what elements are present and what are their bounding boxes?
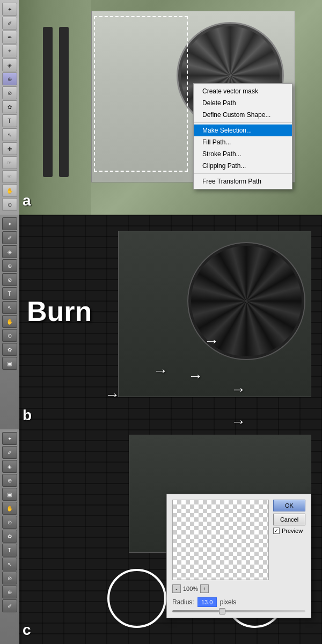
preview-checkbox[interactable]: ✓ — [273, 528, 280, 534]
tool-move[interactable]: ✦ — [2, 3, 17, 16]
dialog-radius-row: Radius: pixels — [172, 597, 305, 607]
dialog-zoom-row: - 100% + — [172, 584, 305, 593]
tool-flower[interactable]: ✿ — [2, 100, 17, 113]
tool-b-1[interactable]: ✦ — [2, 217, 17, 230]
tool-brush[interactable]: ✐ — [2, 17, 17, 30]
tool-c-9[interactable]: T — [2, 544, 17, 557]
toolbar-c: ✦ ✐ ◈ ⊕ ▣ ✋ ⊙ ✿ T ↖ ⊘ ⊕ ✐ — [0, 429, 19, 644]
tool-b-6[interactable]: T — [2, 287, 17, 300]
panel-b: Burn → → → → → → ✦ ✐ ◈ ⊕ ⊘ T ↖ ✋ ⊙ ✿ ▣ b — [0, 215, 322, 429]
menu-fill-path[interactable]: Fill Path... — [194, 136, 292, 148]
arrow-2: → — [153, 362, 168, 379]
tool-c-12[interactable]: ⊕ — [2, 586, 17, 598]
arrow-6: → — [231, 413, 246, 429]
zoom-value: 100% — [183, 586, 198, 592]
panel-a-label: a — [23, 192, 31, 209]
tool-crosshair[interactable]: ⌖ — [2, 45, 17, 57]
radius-slider[interactable] — [172, 610, 305, 612]
pixels-label: pixels — [220, 598, 237, 606]
circle-outline-left — [107, 569, 166, 628]
tool-hand-right[interactable]: ☞ — [2, 156, 17, 169]
arrow-1: → — [105, 386, 120, 404]
toolbar-b: ✦ ✐ ◈ ⊕ ⊘ T ↖ ✋ ⊙ ✿ ▣ — [0, 215, 19, 429]
tool-c-5[interactable]: ▣ — [2, 488, 17, 501]
zoom-minus-button[interactable]: - — [172, 584, 181, 593]
tool-c-6[interactable]: ✋ — [2, 502, 17, 515]
tool-pen[interactable]: ✒ — [2, 31, 17, 43]
radius-label: Radius: — [172, 598, 194, 606]
tool-c-4[interactable]: ⊕ — [2, 474, 17, 487]
feather-dialog: OK Cancel ✓ Preview - 100% + Radius: pix… — [166, 494, 311, 618]
tool-path[interactable]: ⊕ — [2, 72, 17, 85]
panel-b-label: b — [23, 407, 32, 424]
tool-b-4[interactable]: ⊕ — [2, 259, 17, 272]
menu-make-selection[interactable]: Make Selection... — [194, 125, 292, 136]
tool-c-8[interactable]: ✿ — [2, 530, 17, 543]
tool-add[interactable]: ✚ — [2, 142, 17, 155]
preview-check-row: ✓ Preview — [273, 528, 305, 534]
tool-lasso[interactable]: ⊘ — [2, 86, 17, 99]
toolbar-a: ✦ ✐ ✒ ⌖ ◈ ⊕ ⊘ ✿ T ↖ ✚ ☞ ☜ ✋ ⊙ — [0, 0, 19, 215]
menu-clipping-path[interactable]: Clipping Path... — [194, 160, 292, 172]
tool-zoom[interactable]: ⊙ — [2, 198, 17, 211]
panel-c-label: c — [23, 621, 31, 639]
panel-c: ✦ ✐ ◈ ⊕ ▣ ✋ ⊙ ✿ T ↖ ⊘ ⊕ ✐ OK Cancel ✓ Pr… — [0, 429, 322, 644]
tool-arrow[interactable]: ↖ — [2, 128, 17, 141]
tool-c-2[interactable]: ✐ — [2, 446, 17, 459]
tool-hand[interactable]: ✋ — [2, 184, 17, 197]
dialog-buttons: OK Cancel ✓ Preview — [273, 500, 305, 534]
menu-stroke-path[interactable]: Stroke Path... — [194, 148, 292, 160]
menu-define-custom-shape[interactable]: Define Custom Shape... — [194, 109, 292, 121]
arrow-5: → — [231, 381, 246, 398]
ac-unit-dark — [118, 231, 311, 397]
tool-b-3[interactable]: ◈ — [2, 245, 17, 258]
tool-b-9[interactable]: ⊙ — [2, 329, 17, 342]
tool-c-11[interactable]: ⊘ — [2, 572, 17, 584]
tool-b-5[interactable]: ⊘ — [2, 273, 17, 286]
tool-shape[interactable]: ◈ — [2, 58, 17, 71]
tool-hand-left[interactable]: ☜ — [2, 170, 17, 183]
tool-b-8[interactable]: ✋ — [2, 315, 17, 328]
zoom-plus-button[interactable]: + — [200, 584, 209, 593]
tool-c-1[interactable]: ✦ — [2, 432, 17, 445]
context-menu: Create vector mask Delete Path Define Cu… — [193, 83, 292, 189]
tool-b-10[interactable]: ✿ — [2, 343, 17, 356]
tool-c-13[interactable]: ✐ — [2, 599, 17, 612]
preview-label: Preview — [282, 528, 303, 534]
tool-c-7[interactable]: ⊙ — [2, 516, 17, 529]
dialog-cancel-button[interactable]: Cancel — [273, 514, 305, 525]
dialog-preview-canvas — [172, 500, 269, 580]
slider-thumb — [219, 608, 225, 614]
menu-create-vector-mask[interactable]: Create vector mask — [194, 85, 292, 97]
tool-text[interactable]: T — [2, 114, 17, 127]
tool-c-10[interactable]: ↖ — [2, 558, 17, 570]
menu-separator-2 — [194, 173, 292, 174]
menu-delete-path[interactable]: Delete Path — [194, 97, 292, 109]
arrow-4: → — [188, 368, 203, 385]
tool-b-2[interactable]: ✐ — [2, 231, 17, 244]
burn-label: Burn — [27, 295, 92, 327]
radius-input[interactable] — [197, 597, 217, 607]
panel-a: ✦ ✐ ✒ ⌖ ◈ ⊕ ⊘ ✿ T ↖ ✚ ☞ ☜ ✋ ⊙ Create vec… — [0, 0, 322, 215]
tool-c-3[interactable]: ◈ — [2, 460, 17, 473]
menu-free-transform-path[interactable]: Free Transform Path — [194, 175, 292, 187]
tool-b-11[interactable]: ▣ — [2, 357, 17, 370]
pipe-left — [43, 27, 53, 177]
arrow-3: → — [204, 333, 219, 350]
dialog-ok-button[interactable]: OK — [273, 500, 305, 511]
pipe-right — [59, 27, 69, 177]
menu-separator-1 — [194, 122, 292, 123]
tool-b-7[interactable]: ↖ — [2, 301, 17, 314]
